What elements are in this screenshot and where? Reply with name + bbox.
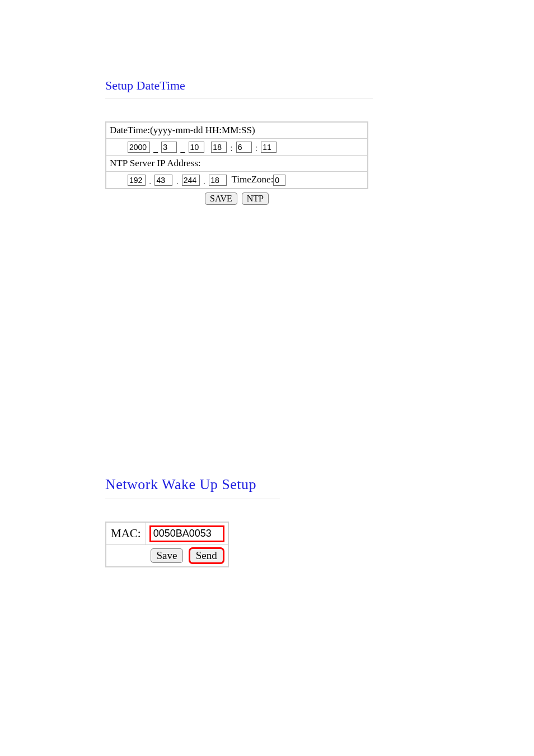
setup-datetime-section: Setup DateTime DateTime:(yyyy-mm-dd HH:M… xyxy=(105,78,534,205)
save-button[interactable]: Save xyxy=(151,548,184,563)
year-input[interactable] xyxy=(128,142,150,153)
ntp-button[interactable]: NTP xyxy=(242,192,269,205)
ip-octet-1-input[interactable] xyxy=(128,175,146,186)
mac-input-cell xyxy=(146,522,228,544)
divider xyxy=(105,98,373,99)
network-wakeup-title: Network Wake Up Setup xyxy=(105,476,534,493)
separator-dot: . xyxy=(203,177,205,186)
setup-datetime-title: Setup DateTime xyxy=(105,78,534,93)
save-button[interactable]: SAVE xyxy=(205,192,237,205)
separator-colon: : xyxy=(255,144,257,153)
mac-input[interactable] xyxy=(151,527,223,541)
separator-dot: . xyxy=(149,177,151,186)
mac-label: MAC: xyxy=(106,522,146,544)
timezone-label: TimeZone: xyxy=(231,174,273,185)
mac-table: MAC: Save Send xyxy=(105,522,229,567)
day-input[interactable] xyxy=(189,142,204,153)
datetime-button-row: SAVE NTP xyxy=(105,192,368,205)
datetime-inputs-row: _ _ : : xyxy=(106,139,368,156)
ntp-inputs-row: . . . TimeZone: xyxy=(106,172,368,189)
ntp-server-label: NTP Server IP Address: xyxy=(106,156,368,172)
timezone-input[interactable] xyxy=(273,175,285,186)
ip-octet-4-input[interactable] xyxy=(209,175,227,186)
minute-input[interactable] xyxy=(236,142,252,153)
separator-colon: : xyxy=(231,144,233,153)
hour-input[interactable] xyxy=(211,142,227,153)
divider xyxy=(105,499,280,499)
ip-octet-3-input[interactable] xyxy=(182,175,200,186)
send-button[interactable]: Send xyxy=(190,548,223,563)
network-wakeup-section: Network Wake Up Setup MAC: Save Send xyxy=(105,476,534,567)
month-input[interactable] xyxy=(161,142,177,153)
datetime-table: DateTime:(yyyy-mm-dd HH:MM:SS) _ _ : : xyxy=(105,121,368,189)
separator-dash: _ xyxy=(181,144,185,153)
separator-dot: . xyxy=(176,177,179,186)
separator-dash: _ xyxy=(153,144,158,153)
mac-button-row: Save Send xyxy=(106,544,228,567)
second-input[interactable] xyxy=(261,142,277,153)
ip-octet-2-input[interactable] xyxy=(154,175,172,186)
datetime-label: DateTime:(yyyy-mm-dd HH:MM:SS) xyxy=(106,122,368,139)
